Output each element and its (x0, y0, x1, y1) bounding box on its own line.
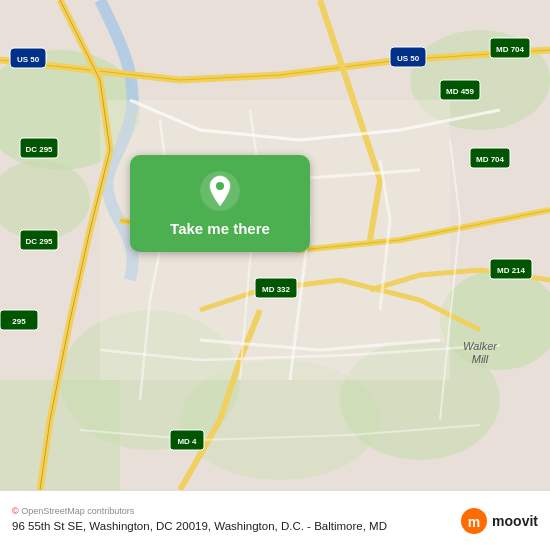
svg-text:MD 459: MD 459 (446, 87, 475, 96)
svg-text:DC 295: DC 295 (25, 237, 53, 246)
copyright-text: © OpenStreetMap contributors (12, 506, 450, 516)
moovit-icon: m (460, 507, 488, 535)
svg-text:US 50: US 50 (397, 54, 420, 63)
moovit-logo: m moovit (460, 507, 538, 535)
take-me-there-label: Take me there (170, 220, 270, 237)
map-container: US 50 US 50 MD 704 MD 459 DC 295 DC 295 … (0, 0, 550, 490)
svg-text:DC 295: DC 295 (25, 145, 53, 154)
info-bar: © OpenStreetMap contributors 96 55th St … (0, 490, 550, 550)
svg-text:MD 332: MD 332 (262, 285, 291, 294)
svg-text:MD 704: MD 704 (496, 45, 525, 54)
location-pin-icon (199, 170, 241, 212)
svg-text:MD 4: MD 4 (177, 437, 197, 446)
svg-point-35 (216, 182, 224, 190)
svg-text:295: 295 (12, 317, 26, 326)
moovit-text: moovit (492, 513, 538, 529)
svg-text:Mill: Mill (472, 353, 489, 365)
svg-text:MD 704: MD 704 (476, 155, 505, 164)
take-me-there-button[interactable]: Take me there (130, 155, 310, 252)
svg-text:Walker: Walker (463, 340, 498, 352)
svg-text:m: m (468, 514, 480, 530)
address-text: 96 55th St SE, Washington, DC 20019, Was… (12, 518, 450, 534)
address-section: © OpenStreetMap contributors 96 55th St … (12, 506, 450, 534)
svg-text:MD 214: MD 214 (497, 266, 526, 275)
svg-text:US 50: US 50 (17, 55, 40, 64)
